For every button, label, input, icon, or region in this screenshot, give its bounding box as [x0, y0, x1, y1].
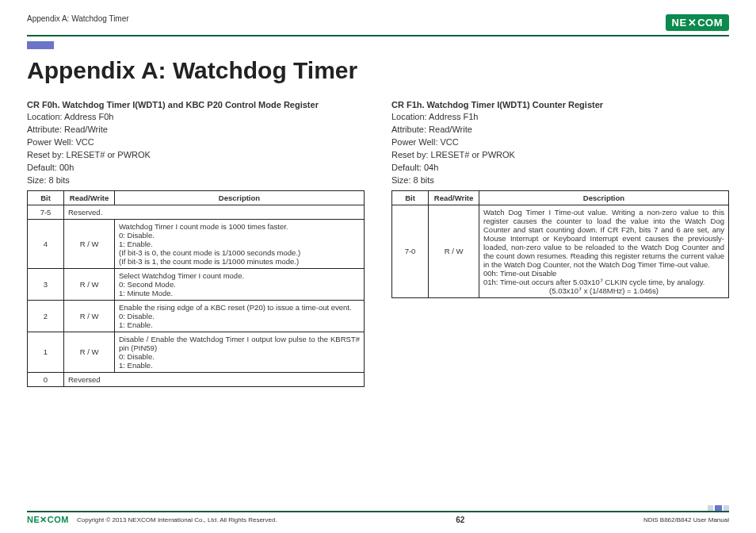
content-columns: CR F0h. Watchdog Timer I(WDT1) and KBC P…	[27, 100, 729, 387]
cell-rw: R / W	[64, 268, 115, 300]
brand-logo: NE COM NE✕COM	[666, 14, 729, 31]
cell-bit: 4	[28, 219, 64, 268]
footer-bar: NE✕COM Copyright © 2013 NEXCOM Internati…	[27, 511, 729, 525]
table-row: 4R / WWatchdog Timer I count mode is 100…	[28, 219, 365, 268]
col-bit: Bit	[28, 190, 64, 205]
page-title: Appendix A: Watchdog Timer	[27, 57, 729, 84]
cell-desc: Watchdog Timer I count mode is 1000 time…	[115, 219, 365, 268]
cell-rw: R / W	[64, 300, 115, 332]
cell-desc: Reserved.	[64, 205, 365, 219]
cell-desc: Disable / Enable the Watchdog Timer I ou…	[115, 332, 365, 372]
cell-desc: Select Watchdog Timer I count mode.0: Se…	[115, 268, 365, 300]
cell-bit: 7-5	[28, 205, 64, 219]
cell-bit: 2	[28, 300, 64, 332]
table-row: 7-0R / WWatch Dog Timer I Time-out value…	[392, 205, 729, 297]
register-meta-f0: Location: Address F0h Attribute: Read/Wr…	[27, 111, 365, 187]
col-rw: Read/Write	[64, 190, 115, 205]
table-row: 2R / WEnable the rising edge of a KBC re…	[28, 300, 365, 332]
table-row: 7-5Reserved.	[28, 205, 365, 219]
copyright-text: Copyright © 2013 NEXCOM International Co…	[77, 516, 277, 523]
header-bar: Appendix A: Watchdog Timer NE COM NE✕COM	[27, 14, 729, 36]
table-row: 1R / WDisable / Enable the Watchdog Time…	[28, 332, 365, 372]
register-table-f0: Bit Read/Write Description 7-5Reserved.4…	[27, 190, 365, 387]
register-table-f1: Bit Read/Write Description 7-0R / WWatch…	[391, 190, 729, 298]
right-column: CR F1h. Watchdog Timer I(WDT1) Counter R…	[391, 100, 729, 387]
left-column: CR F0h. Watchdog Timer I(WDT1) and KBC P…	[27, 100, 365, 387]
cell-bit: 3	[28, 268, 64, 300]
col-bit: Bit	[392, 190, 429, 205]
register-title-f1: CR F1h. Watchdog Timer I(WDT1) Counter R…	[391, 100, 729, 109]
page-number: 62	[456, 516, 464, 524]
register-title-f0: CR F0h. Watchdog Timer I(WDT1) and KBC P…	[27, 100, 365, 109]
table-row: 0Reversed	[28, 372, 365, 386]
col-rw: Read/Write	[429, 190, 479, 205]
cell-rw: R / W	[64, 219, 115, 268]
col-desc: Description	[479, 190, 729, 205]
register-meta-f1: Location: Address F1h Attribute: Read/Wr…	[391, 111, 729, 187]
cell-bit: 0	[28, 372, 64, 386]
cell-rw: R / W	[429, 205, 479, 297]
cell-bit: 7-0	[392, 205, 429, 297]
cell-desc: Reversed	[64, 372, 365, 386]
logo-x-icon: ✕	[688, 17, 697, 29]
cell-bit: 1	[28, 332, 64, 372]
cell-rw: R / W	[64, 332, 115, 372]
accent-block	[27, 41, 54, 49]
breadcrumb: Appendix A: Watchdog Timer	[27, 14, 129, 23]
cell-desc: Watch Dog Timer I Time-out value. Writin…	[479, 205, 729, 297]
table-row: 3R / WSelect Watchdog Timer I count mode…	[28, 268, 365, 300]
cell-desc: Enable the rising edge of a KBC reset (P…	[115, 300, 365, 332]
doc-name: NDiS B862/B842 User Manual	[643, 516, 729, 523]
col-desc: Description	[115, 190, 365, 205]
footer-logo: NE✕COM	[27, 515, 69, 525]
